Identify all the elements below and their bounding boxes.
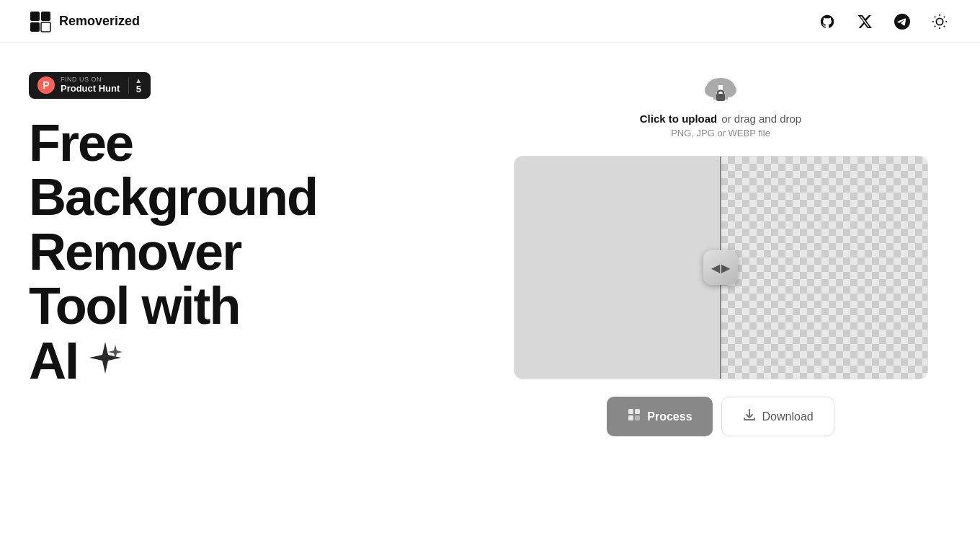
process-svg-icon [627,407,641,422]
canvas-original [514,157,721,379]
twitter-button[interactable] [853,10,876,33]
svg-line-12 [944,16,945,17]
ph-name: Product Hunt [61,83,120,94]
hero-ai-text: AI [29,334,78,389]
ph-text-area: FIND US ON Product Hunt [61,76,120,94]
hero-line4: Tool with [29,279,461,334]
arrow-right: ▶ [721,261,730,275]
upload-drag-text: or drag and drop [721,113,801,125]
svg-rect-21 [635,409,640,414]
svg-rect-19 [716,94,725,101]
upload-header: Click to upload or drag and drop PNG, JP… [640,72,801,138]
logo[interactable]: Removerized [29,10,140,33]
logo-icon [29,10,52,33]
process-label: Process [647,410,692,423]
upload-text-row: Click to upload or drag and drop [640,113,801,125]
hero-title: Free Background Remover Tool with AI [29,116,461,389]
upload-icon-container [702,72,739,107]
ph-score: ▲ 5 [128,77,142,94]
upload-cloud-icon [702,72,739,107]
ph-score-number: 5 [136,84,141,94]
ph-logo: P [37,76,55,94]
process-icon [627,407,641,426]
download-button[interactable]: Download [721,397,834,436]
product-hunt-badge[interactable]: P FIND US ON Product Hunt ▲ 5 [29,72,151,99]
right-panel: Click to upload or drag and drop PNG, JP… [490,72,951,548]
left-panel: P FIND US ON Product Hunt ▲ 5 Free Backg… [29,72,461,548]
canvas-transparent [721,157,927,379]
header-icons [816,10,951,33]
header: Removerized [0,0,980,43]
slider-arrows: ◀ ▶ [711,261,730,275]
hero-line2: Background [29,170,461,225]
process-button[interactable]: Process [607,397,712,436]
footer: Built by @yossthedev. Icons from Solar I… [0,548,980,551]
svg-rect-23 [635,415,640,420]
github-button[interactable] [816,10,839,33]
upload-subtext: PNG, JPG or WEBP file [671,128,770,138]
ph-find-on-label: FIND US ON [61,76,120,83]
logo-text: Removerized [59,14,140,29]
download-svg-icon [742,407,757,422]
preview-canvas[interactable]: ◀ ▶ [514,156,928,379]
download-icon [742,407,757,426]
x-twitter-icon [857,14,873,30]
svg-line-11 [935,25,935,26]
svg-rect-1 [41,12,50,21]
svg-rect-22 [628,415,633,420]
svg-rect-0 [30,12,40,21]
hero-line5-ai: AI [29,334,461,389]
svg-rect-20 [628,409,633,414]
telegram-button[interactable] [891,10,914,33]
download-label: Download [762,410,814,423]
action-buttons: Process Download [607,397,834,436]
sparkle-svg [86,339,124,376]
theme-toggle-icon [932,14,948,30]
github-icon [819,14,835,30]
arrow-left: ◀ [711,261,720,275]
svg-rect-2 [30,22,40,32]
svg-line-8 [944,25,945,26]
svg-line-7 [935,16,935,17]
telegram-icon [894,14,910,30]
svg-point-4 [936,18,943,25]
svg-rect-3 [41,22,50,32]
slider-handle[interactable]: ◀ ▶ [703,250,738,285]
hero-line3: Remover [29,225,461,280]
hero-line1: Free [29,116,461,171]
theme-toggle-button[interactable] [928,10,951,33]
sparkle-emoji [86,339,124,384]
upload-click-text[interactable]: Click to upload [640,113,718,125]
main-container: P FIND US ON Product Hunt ▲ 5 Free Backg… [0,43,980,548]
